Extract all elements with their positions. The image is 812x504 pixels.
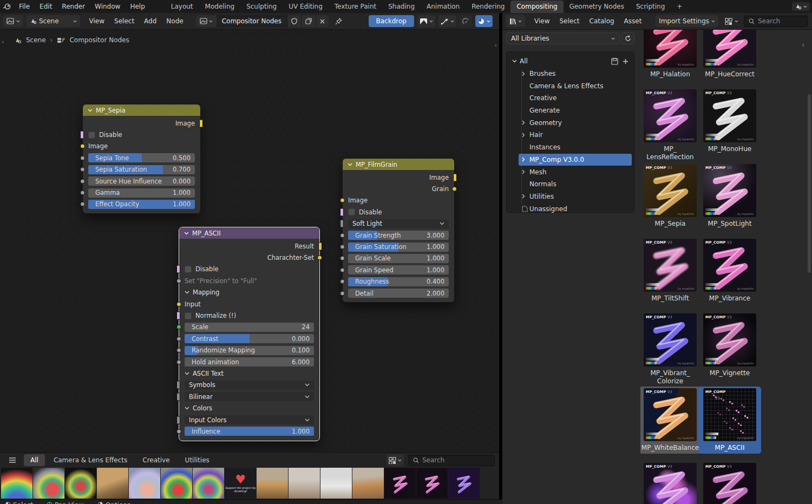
curve-handle-dropdown[interactable] <box>438 15 456 27</box>
shelf-thumbnail-12[interactable] <box>352 468 384 499</box>
gray-socket[interactable] <box>340 256 345 261</box>
snapping-toggle[interactable] <box>460 15 472 27</box>
gray-socket[interactable] <box>340 279 345 284</box>
shelf-tab-camera-lens-effects[interactable]: Camera & Lens Effects <box>47 454 134 466</box>
asset-item-mp-vignette[interactable]: MP_COMP V3by mpatisticMP_Vignette <box>700 313 759 377</box>
yellow-socket[interactable] <box>340 198 345 203</box>
fake-user-button[interactable] <box>287 15 301 27</box>
gray-socket[interactable] <box>176 359 181 364</box>
asset-menu-asset[interactable]: Asset <box>619 16 647 27</box>
catalog-item-creative[interactable]: Creative <box>519 92 632 104</box>
workspace-tab-animation[interactable]: Animation <box>421 1 466 13</box>
panel-collapse-chevron[interactable]: ‹ <box>802 41 804 49</box>
blender-logo-icon[interactable] <box>0 3 14 10</box>
node-header[interactable]: MP_FilmGrain <box>343 159 454 170</box>
node-header[interactable]: MP_Sepia <box>83 104 200 116</box>
checkbox[interactable] <box>185 312 192 319</box>
node-menu-select[interactable]: Select <box>109 16 139 27</box>
muted-socket[interactable] <box>176 381 180 389</box>
shelf-thumbnail-8[interactable]: ♥Support the project by donating! <box>225 468 256 499</box>
library-select[interactable]: All Libraries <box>506 32 620 44</box>
app-menu-file[interactable]: File <box>14 1 35 12</box>
shelf-thumbnail-3[interactable] <box>65 468 96 499</box>
dropdown-soft-light[interactable]: Soft Light <box>348 219 449 228</box>
node-mp-ascii[interactable]: MP_ASCIIResultCharachter-SetDisableSet "… <box>179 227 320 441</box>
asset-item-mp-spotlight[interactable]: MP_COMP V3by mpatisticMP_SpotLight <box>700 164 759 228</box>
gray-socket[interactable] <box>176 278 181 283</box>
dropdown-symbols[interactable]: Symbols <box>185 381 314 390</box>
app-menu-window[interactable]: Window <box>90 1 125 12</box>
yellow-socket[interactable] <box>318 242 322 250</box>
shelf-thumbnail-11[interactable] <box>320 468 352 499</box>
shelf-thumbnail-5[interactable] <box>129 468 160 499</box>
workspace-tab--[interactable]: + <box>671 1 688 13</box>
asset-menu-view[interactable]: View <box>529 16 554 27</box>
asset-item-mp-vibrance[interactable]: MP_COMP V3by mpatisticMP_Vibrance <box>700 239 759 303</box>
gray-socket[interactable] <box>80 191 85 195</box>
overlays-dropdown[interactable] <box>475 15 493 27</box>
purple-socket[interactable] <box>80 131 84 139</box>
yellow-socket[interactable] <box>199 119 203 127</box>
gray-socket[interactable] <box>80 202 85 207</box>
yellow-socket[interactable] <box>453 173 457 181</box>
yellow-socket[interactable] <box>80 144 85 149</box>
checkbox[interactable] <box>185 266 192 273</box>
yellow-socket[interactable] <box>176 302 181 306</box>
asset-item-mp-halation[interactable]: MP_COMP V3by mpatisticMP_Halation <box>640 30 700 78</box>
node-tree-name[interactable]: Compositor Nodes <box>217 17 287 25</box>
asset-item-mp-tiltshift[interactable]: MP_COMP V3by mpatisticMP_TiltShift <box>640 239 700 303</box>
workspace-tab-layout[interactable]: Layout <box>165 1 199 13</box>
shelf-display-toggle[interactable] <box>387 454 404 466</box>
asset-item-partial-13[interactable]: MP_COMP V3by mpatistic <box>700 463 759 504</box>
slider-influence[interactable]: Influence1.000 <box>185 427 314 436</box>
catalog-root-all[interactable]: All <box>509 55 632 68</box>
add-catalog-icon[interactable] <box>623 58 628 64</box>
catalog-item-instances[interactable]: Instances <box>519 141 632 154</box>
catalog-item-generate[interactable]: Generate <box>519 104 632 117</box>
gray-socket[interactable] <box>340 245 345 250</box>
sidebar-collapse-chevron[interactable]: ‹ <box>495 42 497 49</box>
backdrop-toggle-button[interactable]: Backdrop <box>369 15 414 27</box>
scene-quick-button[interactable] <box>792 2 810 11</box>
yellow-socket[interactable] <box>317 256 322 260</box>
node-row-section[interactable]: ASCII Text <box>179 368 319 379</box>
asset-menu-select[interactable]: Select <box>554 16 584 27</box>
catalog-item-brushes[interactable]: Brushes <box>519 68 632 80</box>
workspace-tab-compositing[interactable]: Compositing <box>510 1 563 13</box>
asset-grid-scrollbar[interactable] <box>808 94 811 273</box>
shelf-thumbnail-4[interactable] <box>97 468 128 499</box>
gray-socket[interactable] <box>176 348 181 353</box>
gray-socket[interactable] <box>80 179 85 184</box>
scene-selector[interactable]: Scene <box>27 15 80 27</box>
shelf-thumbnail-14[interactable] <box>416 468 448 499</box>
asset-item-mp-sepia[interactable]: MP_COMP V3by mpatisticMP_Sepia <box>640 164 700 228</box>
node-mp-sepia[interactable]: MP_SepiaImageDisableImageSepia Tone0.500… <box>82 104 201 214</box>
shelf-thumbnail-7[interactable] <box>193 468 224 499</box>
checkbox[interactable] <box>88 132 95 139</box>
slider-sepia-tone[interactable]: Sepia Tone0.500 <box>88 153 195 162</box>
shelf-search-box[interactable]: Search <box>408 455 495 466</box>
slider-grain-scale[interactable]: Grain Scale1.000 <box>348 254 449 263</box>
node-menu-node[interactable]: Node <box>161 16 188 27</box>
dropdown-bilinear[interactable]: Bilinear <box>185 392 314 401</box>
node-editor-canvas[interactable]: › ‹ Scene › Compositor Nodes MP_SepiaIma… <box>0 30 499 452</box>
catalog-item-mp-comp-v3-0-0[interactable]: MP_Comp V3.0.0 <box>519 154 632 166</box>
slider-grain-strength[interactable]: Grain Strength3.000 <box>348 231 449 240</box>
shelf-thumbnail-10[interactable] <box>289 468 320 499</box>
shelf-tab-all[interactable]: All <box>24 454 45 466</box>
workspace-tab-scripting[interactable]: Scripting <box>630 1 671 13</box>
new-datablock-button[interactable] <box>301 15 316 27</box>
asset-item-mp-huecorrect[interactable]: MP_COMP V3by mpatisticMP_HueCorrect <box>700 30 759 78</box>
shelf-tab-creative[interactable]: Creative <box>136 454 176 466</box>
unlink-button[interactable] <box>316 15 329 27</box>
import-settings-dropdown[interactable]: Import Settings <box>656 15 718 27</box>
gray-socket[interactable] <box>176 429 181 434</box>
gray-socket[interactable] <box>80 155 85 160</box>
dropdown-input-colors[interactable]: Input Colors <box>185 415 314 424</box>
breadcrumb-node-tree[interactable]: Compositor Nodes <box>69 36 129 44</box>
asset-item-mp-ascii[interactable]: MP_COMP V3by mpatisticMP_ASCII <box>700 388 759 452</box>
muted-socket[interactable] <box>176 392 180 401</box>
yellow-socket[interactable] <box>452 187 457 192</box>
catalog-item-geometry[interactable]: Geometry <box>519 116 632 129</box>
slider-grain-speed[interactable]: Grain Speed1.000 <box>348 265 449 274</box>
